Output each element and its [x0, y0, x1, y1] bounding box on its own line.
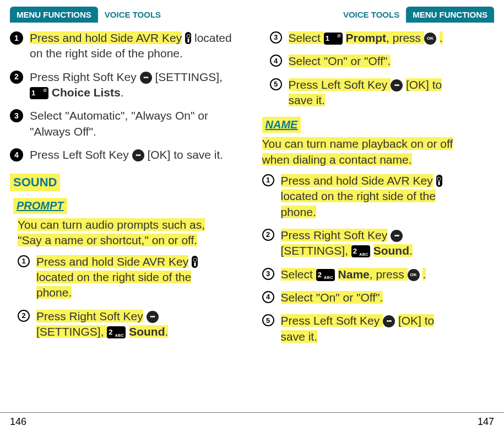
right-soft-key-icon — [140, 72, 152, 84]
left-soft-key-icon — [383, 315, 395, 327]
footer: 146 147 — [0, 412, 504, 431]
heading-name: NAME — [262, 117, 301, 133]
intro-prompt: You can turn audio prompts such as, "Say… — [18, 217, 242, 249]
page-right: VOICE TOOLS MENU FUNCTIONS 3 Select 1@ P… — [252, 0, 505, 410]
text-bold: Choice Lists — [52, 86, 121, 99]
text-bold: Name — [338, 268, 370, 281]
text-bold: Prompt — [346, 31, 387, 44]
section-voice-tools: VOICE TOOLS — [105, 10, 161, 19]
bullet-outline-1: 1 — [18, 255, 30, 267]
tab-menu-functions: MENU FUNCTIONS — [10, 7, 98, 23]
text-bold: Sound — [129, 325, 165, 338]
page-number-right: 147 — [478, 416, 494, 428]
bullet-outline-5: 5 — [270, 78, 282, 90]
name-step-1: 1 Press and hold Side AVR Key located on… — [262, 173, 495, 220]
text: [OK] to save it. — [147, 148, 223, 161]
side-avr-key-icon — [192, 256, 198, 268]
prompt-step-3: 3 Select 1@ Prompt, press . — [270, 30, 495, 46]
text: [SETTINGS], — [36, 325, 107, 338]
text-bold: Sound — [373, 244, 409, 257]
left-soft-key-icon — [132, 149, 144, 161]
heading-sound: SOUND — [10, 174, 60, 191]
prompt-step-5: 5 Press Left Soft Key [OK] to save it. — [270, 77, 495, 109]
text: located on the right side of the — [36, 271, 191, 283]
pages: MENU FUNCTIONS VOICE TOOLS 1 Press and h… — [0, 0, 504, 410]
side-avr-key-icon — [185, 32, 191, 44]
intro-name: You can turn name playback on or off whe… — [262, 136, 495, 168]
bullet-outline-2: 2 — [18, 310, 30, 322]
step-3: 3 Select "Automatic", "Always On" or "Al… — [10, 108, 242, 139]
bullet-outline-5: 5 — [262, 314, 274, 326]
tab-menu-functions: MENU FUNCTIONS — [406, 7, 494, 23]
header-left: MENU FUNCTIONS VOICE TOOLS — [10, 7, 242, 23]
key-1-icon: 1@ — [324, 33, 343, 45]
key-2-icon: 2ABC — [107, 326, 126, 338]
step-4: 4 Press Left Soft Key [OK] to save it. — [10, 147, 242, 163]
header-right: VOICE TOOLS MENU FUNCTIONS — [262, 7, 495, 23]
page-left: MENU FUNCTIONS VOICE TOOLS 1 Press and h… — [0, 0, 252, 410]
content-right: 3 Select 1@ Prompt, press . 4 Select "On… — [262, 30, 495, 344]
bullet-outline-3: 3 — [270, 31, 282, 44]
side-avr-key-icon — [436, 175, 442, 187]
bullet-solid-1: 1 — [10, 31, 23, 45]
subsection-prompt-cont: 3 Select 1@ Prompt, press . 4 Select "On… — [265, 30, 495, 108]
name-step-5: 5 Press Left Soft Key [OK] to save it. — [262, 313, 495, 344]
step-1: 1 Press and hold Side AVR Key located on… — [10, 30, 242, 62]
right-soft-key-icon — [147, 311, 159, 323]
bullet-outline-4: 4 — [270, 55, 282, 67]
text: Press Left Soft Key — [30, 148, 132, 161]
text: phone. — [36, 286, 72, 299]
text: Press Right Soft Key — [36, 310, 143, 322]
ok-key-icon — [424, 33, 436, 45]
bullet-solid-2: 2 — [10, 71, 23, 84]
bullet-outline-4: 4 — [262, 291, 274, 303]
text: Press Right Soft Key — [30, 71, 140, 83]
bullet-solid-4: 4 — [10, 148, 23, 161]
heading-prompt: PROMPT — [13, 198, 67, 214]
name-step-4: 4 Select "On" or "Off". — [262, 290, 495, 305]
content-left: 1 Press and hold Side AVR Key located on… — [10, 30, 242, 340]
subsection-prompt: PROMPT You can turn audio prompts such a… — [13, 197, 242, 340]
bullet-solid-3: 3 — [10, 109, 23, 122]
section-voice-tools: VOICE TOOLS — [343, 10, 399, 19]
prompt-step-1: 1 Press and hold Side AVR Key located on… — [18, 254, 242, 301]
prompt-step-2: 2 Press Right Soft Key [SETTINGS], 2ABC … — [18, 309, 242, 340]
text: Press and hold Side AVR Key — [36, 255, 188, 268]
bullet-outline-1: 1 — [262, 174, 274, 186]
name-step-3: 3 Select 2ABC Name, press . — [262, 267, 495, 282]
prompt-step-4: 4 Select "On" or "Off". — [270, 53, 495, 69]
name-step-2: 2 Press Right Soft Key [SETTINGS], 2ABC … — [262, 228, 495, 259]
text: Select "Automatic", "Always On" or "Alwa… — [30, 108, 242, 139]
bullet-outline-2: 2 — [262, 229, 274, 241]
page-number-left: 146 — [10, 416, 26, 428]
key-2-icon: 2ABC — [316, 269, 335, 281]
text: [SETTINGS], — [155, 71, 223, 83]
text: Press and hold Side AVR Key — [30, 31, 182, 44]
step-2: 2 Press Right Soft Key [SETTINGS], 1@ Ch… — [10, 69, 242, 101]
text: Select "On" or "Off". — [289, 55, 391, 67]
bullet-outline-3: 3 — [262, 268, 274, 280]
ok-key-icon — [408, 269, 420, 281]
key-2-icon: 2ABC — [351, 245, 370, 257]
key-1-icon: 1@ — [30, 87, 48, 99]
right-soft-key-icon — [391, 230, 403, 242]
left-soft-key-icon — [391, 79, 403, 91]
